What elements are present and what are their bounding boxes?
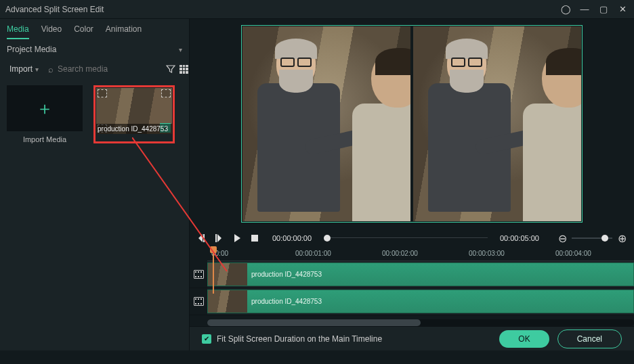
tab-animation[interactable]: Animation (106, 24, 142, 39)
next-frame-button[interactable] (214, 233, 225, 244)
grid-view-icon[interactable] (179, 64, 188, 74)
maximize-button[interactable]: ▢ (597, 3, 610, 16)
project-media-dropdown[interactable]: Project Media ▾ (0, 39, 189, 60)
video-track-2: production ID_4428753 (190, 288, 634, 315)
import-label: Import (9, 64, 33, 74)
chevron-down-icon: ▾ (35, 66, 39, 73)
preview-pane-left[interactable] (242, 26, 410, 221)
content-area: 00:00:00:00 00:00:05:00 ⊖ ⊕ 00:00 00:00:… (190, 19, 634, 350)
svg-marker-1 (198, 234, 203, 242)
cancel-button[interactable]: Cancel (557, 329, 622, 348)
search-field[interactable]: ⌕ (45, 63, 162, 76)
window-title: Advanced Split Screen Edit (5, 5, 553, 14)
ok-button[interactable]: OK (499, 330, 549, 348)
svg-marker-3 (217, 234, 221, 242)
duration-timecode: 00:00:05:00 (500, 234, 539, 242)
svg-marker-5 (234, 234, 240, 242)
playhead[interactable] (213, 248, 214, 294)
ruler-tick: 00:00:03:00 (469, 250, 505, 257)
track-body[interactable]: production ID_4428753 (207, 261, 634, 288)
svg-rect-6 (251, 235, 258, 242)
timeline-scrollbar[interactable] (207, 319, 634, 326)
clip-name-label: production ID_4428753 (96, 124, 172, 134)
close-button[interactable]: ✕ (616, 3, 629, 16)
play-button[interactable] (232, 233, 242, 244)
track-head-icon[interactable] (190, 270, 207, 279)
search-input[interactable] (58, 64, 159, 74)
video-track-1: production ID_4428753 (190, 261, 634, 288)
chevron-down-icon: ▾ (179, 46, 182, 53)
zoom-slider[interactable] (572, 237, 612, 239)
timeline: 00:00 00:00:01:00 00:00:02:00 00:00:03:0… (190, 248, 634, 326)
help-icon[interactable]: ◯ (559, 3, 572, 16)
checkbox-icon: ✔ (202, 334, 211, 344)
preview-pane-right[interactable] (413, 26, 581, 221)
svg-rect-4 (215, 234, 217, 242)
search-icon: ⌕ (48, 64, 54, 74)
tab-media[interactable]: Media (7, 24, 29, 39)
clip-label: production ID_4428753 (251, 271, 322, 278)
import-media-label: Import Media (7, 135, 83, 143)
filmstrip-icon (194, 297, 204, 306)
zoom-control: ⊖ ⊕ (557, 233, 627, 244)
project-media-label: Project Media (7, 45, 179, 54)
tab-video[interactable]: Video (41, 24, 62, 39)
current-timecode: 00:00:00:00 (272, 234, 312, 242)
tab-color[interactable]: Color (74, 24, 93, 39)
timeline-clip[interactable]: production ID_4428753 (207, 263, 634, 286)
ruler-tick: 00:00:01:00 (295, 250, 331, 257)
import-toolbar: Import ▾ ⌕ (0, 60, 189, 78)
preview-area (190, 19, 634, 229)
split-screen-preview[interactable] (241, 25, 583, 223)
filter-icon[interactable] (166, 64, 175, 74)
fit-duration-label: Fit Split Screen Duration on the Main Ti… (217, 334, 382, 344)
ruler-tick: 00:00:02:00 (382, 250, 418, 257)
main-area: Media Video Color Animation Project Medi… (0, 19, 634, 350)
zoom-in-button[interactable]: ⊕ (616, 233, 627, 244)
filmstrip-icon (194, 270, 204, 279)
track-head-icon[interactable] (190, 297, 207, 306)
stop-button[interactable] (249, 233, 260, 244)
media-clip-tile[interactable]: ✔ production ID_4428753 (93, 85, 175, 143)
zoom-out-button[interactable]: ⊖ (557, 233, 568, 244)
fit-duration-checkbox[interactable]: ✔ Fit Split Screen Duration on the Main … (202, 334, 491, 344)
plus-icon: ＋ (36, 97, 54, 120)
footer: ✔ Fit Split Screen Duration on the Main … (190, 326, 634, 350)
transport-bar: 00:00:00:00 00:00:05:00 ⊖ ⊕ (190, 229, 634, 248)
timeline-clip[interactable]: production ID_4428753 (207, 290, 634, 313)
tab-bar: Media Video Color Animation (0, 19, 189, 39)
prev-frame-button[interactable] (196, 233, 207, 244)
ruler-tick: 00:00:04:00 (555, 250, 591, 257)
media-grid: ＋ Import Media ✔ production ID_4428753 (0, 78, 189, 150)
minimize-button[interactable]: — (578, 3, 591, 16)
tracks: production ID_4428753 production ID_4428… (190, 261, 634, 315)
import-media-tile[interactable]: ＋ Import Media (7, 85, 83, 143)
import-button[interactable]: Import ▾ (7, 62, 41, 76)
timeline-ruler[interactable]: 00:00 00:00:01:00 00:00:02:00 00:00:03:0… (207, 248, 634, 261)
seek-slider[interactable] (324, 233, 488, 243)
clip-label: production ID_4428753 (251, 298, 322, 305)
title-bar: Advanced Split Screen Edit ◯ — ▢ ✕ (0, 0, 634, 19)
track-body[interactable]: production ID_4428753 (207, 288, 634, 315)
svg-rect-2 (203, 234, 205, 242)
sidebar: Media Video Color Animation Project Medi… (0, 19, 190, 350)
